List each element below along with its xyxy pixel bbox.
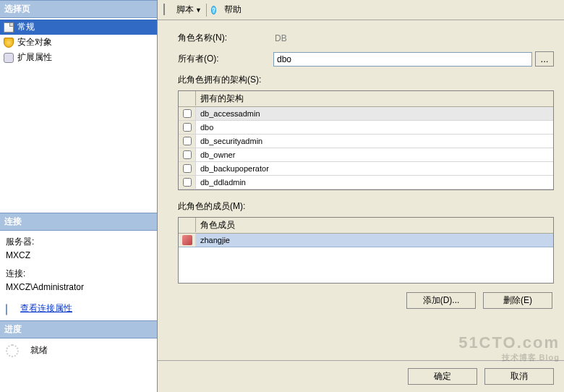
chevron-down-icon: ▼: [195, 7, 202, 14]
script-button[interactable]: 脚本 ▼: [162, 3, 203, 17]
help-icon: ?: [211, 4, 223, 16]
owner-row: 所有者(O): ...: [178, 51, 554, 67]
schemas-label: 此角色拥有的架构(S):: [178, 74, 554, 86]
schema-check-cell[interactable]: [179, 176, 196, 189]
member-name: zhangjie: [196, 236, 553, 244]
nav-list: 常规 安全对象 扩展属性: [0, 18, 157, 67]
help-label: 帮助: [224, 4, 242, 16]
schema-name: db_owner: [196, 150, 553, 159]
help-button[interactable]: ? 帮助: [210, 3, 243, 17]
role-name-row: 角色名称(N): DB: [178, 32, 554, 44]
main-content: 角色名称(N): DB 所有者(O): ... 此角色拥有的架构(S): 拥有的…: [158, 20, 564, 360]
gear-icon: [3, 52, 14, 64]
db-icon: [6, 303, 17, 315]
script-label: 脚本: [176, 4, 194, 16]
right-panel: 脚本 ▼ ? 帮助 角色名称(N): DB 所有者(O): ... 此角色拥有的…: [158, 0, 564, 392]
role-name-label: 角色名称(N):: [178, 32, 273, 44]
member-buttons: 添加(D)... 删除(E): [178, 292, 554, 309]
nav-item-general[interactable]: 常规: [0, 20, 157, 35]
nav-item-extended[interactable]: 扩展属性: [0, 50, 157, 65]
members-grid-header: 角色成员: [179, 218, 553, 234]
server-value: MXCZ: [6, 249, 151, 263]
members-label: 此角色的成员(M):: [178, 200, 554, 213]
schema-checkbox[interactable]: [183, 109, 192, 118]
schema-row[interactable]: dbo: [179, 121, 553, 135]
connection-header: 连接: [0, 213, 157, 231]
progress-header: 进度: [0, 320, 157, 338]
member-icon-cell: [179, 234, 196, 247]
nav-item-securables[interactable]: 安全对象: [0, 35, 157, 50]
connection-section: 服务器: MXCZ 连接: MXCZ\Administrator 查看连接属性: [0, 231, 157, 320]
script-icon: [163, 4, 175, 16]
schema-row[interactable]: db_ddladmin: [179, 176, 553, 189]
toolbar-separator: [206, 4, 207, 17]
schema-name: db_securityadmin: [196, 137, 553, 145]
nav-item-label: 安全对象: [17, 36, 52, 48]
owner-label: 所有者(O):: [178, 53, 273, 65]
nav-item-label: 常规: [17, 21, 35, 33]
schemas-grid-body[interactable]: db_accessadmin dbo db_securityadmin db_o…: [179, 107, 553, 189]
progress-section: 就绪: [0, 338, 157, 363]
cancel-button[interactable]: 取消: [484, 368, 554, 385]
conn-value: MXCZ\Administrator: [6, 281, 151, 294]
remove-button[interactable]: 删除(E): [483, 292, 552, 309]
schema-name: db_backupoperator: [196, 164, 553, 173]
schema-checkbox[interactable]: [183, 164, 192, 173]
schema-check-cell[interactable]: [179, 135, 196, 148]
server-label: 服务器:: [6, 235, 151, 249]
footer-bar: 确定 取消: [158, 360, 564, 392]
schema-row[interactable]: db_accessadmin: [179, 107, 553, 121]
members-grid: 角色成员 zhangjie: [178, 217, 554, 284]
owner-input[interactable]: [273, 52, 532, 67]
schema-check-cell[interactable]: [179, 107, 196, 120]
schema-name: db_ddladmin: [196, 178, 553, 187]
schema-row[interactable]: db_backupoperator: [179, 162, 553, 176]
spinner-icon: [6, 344, 19, 357]
schema-row[interactable]: db_securityadmin: [179, 135, 553, 148]
toolbar: 脚本 ▼ ? 帮助: [158, 0, 564, 20]
schema-row[interactable]: db_owner: [179, 148, 553, 162]
member-row[interactable]: zhangjie: [179, 234, 553, 247]
schemas-grid: 拥有的架构 db_accessadmin dbo db_securityadmi…: [178, 90, 554, 190]
members-grid-body[interactable]: zhangjie: [179, 234, 553, 283]
view-link-label: 查看连接属性: [20, 302, 72, 315]
schema-check-cell[interactable]: [179, 148, 196, 161]
schema-check-cell[interactable]: [179, 121, 196, 134]
members-col-header: 角色成员: [196, 218, 553, 233]
shield-icon: [3, 37, 14, 48]
conn-label: 连接:: [6, 267, 151, 281]
schemas-check-header: [179, 91, 196, 106]
schema-name: dbo: [196, 123, 553, 132]
user-icon: [182, 235, 192, 245]
progress-status: 就绪: [30, 344, 48, 357]
schema-name: db_accessadmin: [196, 109, 553, 118]
ok-button[interactable]: 确定: [408, 368, 477, 385]
pages-header: 选择页: [0, 0, 157, 18]
view-connection-properties[interactable]: 查看连接属性: [6, 302, 151, 315]
schema-checkbox[interactable]: [183, 178, 192, 187]
schema-checkbox[interactable]: [183, 137, 192, 145]
schema-checkbox[interactable]: [183, 150, 192, 159]
schema-check-cell[interactable]: [179, 162, 196, 175]
schema-checkbox[interactable]: [183, 123, 192, 132]
schemas-col-header: 拥有的架构: [196, 91, 553, 106]
sidebar: 选择页 常规 安全对象 扩展属性 连接 服务器: MXCZ 连接: MXCZ\A…: [0, 0, 158, 392]
nav-item-label: 扩展属性: [17, 51, 52, 64]
role-name-value: DB: [275, 33, 287, 43]
page-icon: [3, 22, 14, 33]
add-button[interactable]: 添加(D)...: [406, 292, 476, 309]
members-icon-header: [179, 218, 196, 232]
schemas-grid-header: 拥有的架构: [179, 91, 553, 107]
browse-owner-button[interactable]: ...: [535, 51, 554, 67]
